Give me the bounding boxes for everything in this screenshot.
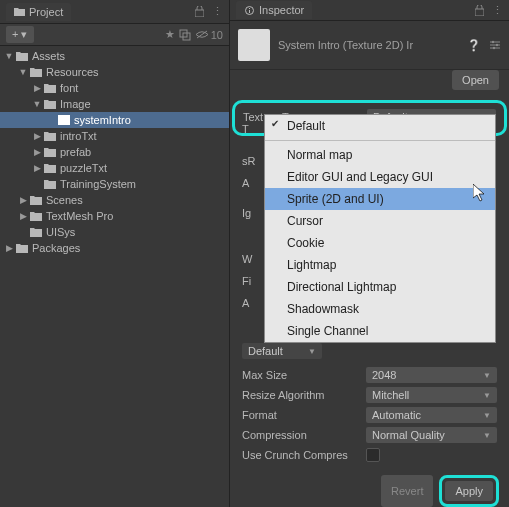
platform-section: Default ▼ Max Size 2048▼ Resize Algorith… — [230, 337, 509, 465]
help-icon[interactable]: ❔ — [467, 39, 481, 52]
folder-icon — [30, 227, 42, 237]
lock-icon[interactable] — [475, 5, 484, 16]
hidden-labels: T sR A Ig W Fi A — [242, 118, 255, 314]
tree-textmesh[interactable]: ▶TextMesh Pro — [0, 208, 229, 224]
project-tab[interactable]: Project — [6, 3, 71, 21]
mouse-cursor — [473, 184, 487, 204]
maxsize-label: Max Size — [242, 369, 360, 381]
inspector-icon — [244, 5, 255, 16]
menu-item-cookie[interactable]: Cookie — [265, 232, 495, 254]
menu-item-dirlightmap[interactable]: Directional Lightmap — [265, 276, 495, 298]
maxsize-dropdown[interactable]: 2048▼ — [366, 367, 497, 383]
project-panel: Project ⋮ + ▾ ★ 10 ▼Assets ▼Resources ▶f… — [0, 0, 230, 507]
format-dropdown[interactable]: Automatic▼ — [366, 407, 497, 423]
favorite-icon[interactable]: ★ — [165, 28, 175, 41]
menu-separator — [265, 140, 495, 141]
menu-item-lightmap[interactable]: Lightmap — [265, 254, 495, 276]
tree-assets[interactable]: ▼Assets — [0, 48, 229, 64]
tree-puzzletxt[interactable]: ▶puzzleTxt — [0, 160, 229, 176]
inspector-panel: Inspector ⋮ System Intro (Texture 2D) Ir… — [230, 0, 509, 507]
texture-type-menu: ✔Default Normal map Editor GUI and Legac… — [264, 114, 496, 343]
folder-icon — [16, 243, 28, 253]
chevron-down-icon: ▼ — [483, 371, 491, 380]
platform-tab-default[interactable]: Default ▼ — [242, 343, 322, 359]
tree-packages[interactable]: ▶Packages — [0, 240, 229, 256]
folder-icon — [30, 211, 42, 221]
menu-icon[interactable]: ⋮ — [212, 5, 223, 18]
project-toolbar: + ▾ ★ 10 — [0, 24, 229, 46]
chevron-right-icon[interactable]: ▶ — [32, 147, 42, 157]
inspector-header-icons: ⋮ — [475, 4, 503, 17]
tree-image[interactable]: ▼Image — [0, 96, 229, 112]
svg-point-12 — [493, 47, 495, 49]
tree-font[interactable]: ▶font — [0, 80, 229, 96]
asset-title: System Intro (Texture 2D) Ir — [278, 39, 459, 51]
inspector-tab[interactable]: Inspector — [236, 1, 312, 19]
inspector-asset-header: System Intro (Texture 2D) Ir ❔ — [230, 21, 509, 70]
tree-scenes[interactable]: ▶Scenes — [0, 192, 229, 208]
chevron-down-icon: ▼ — [308, 347, 316, 356]
add-button[interactable]: + ▾ — [6, 26, 34, 43]
settings-icon[interactable] — [489, 39, 501, 51]
compression-row: Compression Normal Quality▼ — [230, 425, 509, 445]
open-button[interactable]: Open — [452, 70, 499, 90]
menu-item-sprite[interactable]: Sprite (2D and UI) — [265, 188, 495, 210]
inspector-tab-label: Inspector — [259, 4, 304, 16]
inspector-header: Inspector ⋮ — [230, 0, 509, 21]
apply-highlight: Apply — [439, 475, 499, 507]
compression-dropdown[interactable]: Normal Quality▼ — [366, 427, 497, 443]
folder-icon — [44, 83, 56, 93]
tree-resources[interactable]: ▼Resources — [0, 64, 229, 80]
menu-item-default[interactable]: ✔Default — [265, 115, 495, 137]
maxsize-row: Max Size 2048▼ — [230, 365, 509, 385]
chevron-right-icon[interactable]: ▶ — [32, 163, 42, 173]
revert-button[interactable]: Revert — [381, 475, 433, 507]
chevron-right-icon[interactable]: ▶ — [18, 211, 28, 221]
layers-icon[interactable] — [179, 29, 191, 41]
tree-systemintro[interactable]: systemIntro — [0, 112, 229, 128]
bottom-buttons: Revert Apply — [230, 465, 509, 507]
resizealg-label: Resize Algorithm — [242, 389, 360, 401]
menu-item-cursor[interactable]: Cursor — [265, 210, 495, 232]
resizealg-dropdown[interactable]: Mitchell▼ — [366, 387, 497, 403]
chevron-right-icon[interactable]: ▶ — [32, 131, 42, 141]
compression-label: Compression — [242, 429, 360, 441]
folder-icon — [44, 131, 56, 141]
svg-rect-3 — [58, 115, 70, 125]
chevron-down-icon[interactable]: ▼ — [18, 67, 28, 77]
chevron-right-icon[interactable]: ▶ — [4, 243, 14, 253]
resizealg-row: Resize Algorithm Mitchell▼ — [230, 385, 509, 405]
crunch-checkbox[interactable] — [366, 448, 380, 462]
apply-button[interactable]: Apply — [445, 481, 493, 501]
chevron-right-icon[interactable]: ▶ — [18, 195, 28, 205]
tree-introtxt[interactable]: ▶introTxt — [0, 128, 229, 144]
project-tab-label: Project — [29, 6, 63, 18]
format-label: Format — [242, 409, 360, 421]
menu-icon[interactable]: ⋮ — [492, 4, 503, 17]
asset-thumbnail — [238, 29, 270, 61]
menu-item-editorgui[interactable]: Editor GUI and Legacy GUI — [265, 166, 495, 188]
image-icon — [58, 115, 70, 125]
chevron-right-icon[interactable]: ▶ — [32, 83, 42, 93]
folder-icon — [16, 51, 28, 61]
folder-icon — [30, 195, 42, 205]
check-icon: ✔ — [271, 118, 279, 129]
tree-uisys[interactable]: UISys — [0, 224, 229, 240]
menu-item-normalmap[interactable]: Normal map — [265, 144, 495, 166]
chevron-down-icon: ▼ — [483, 411, 491, 420]
chevron-down-icon: ▼ — [483, 391, 491, 400]
visibility-icon[interactable]: 10 — [195, 29, 223, 41]
tree-trainingsystem[interactable]: TrainingSystem — [0, 176, 229, 192]
menu-item-shadowmask[interactable]: Shadowmask — [265, 298, 495, 320]
svg-point-11 — [496, 44, 498, 46]
project-header: Project ⋮ — [0, 0, 229, 24]
lock-icon[interactable] — [195, 6, 204, 17]
menu-item-single[interactable]: Single Channel — [265, 320, 495, 342]
crunch-label: Use Crunch Compres — [242, 449, 360, 461]
project-header-icons: ⋮ — [195, 5, 223, 18]
crunch-row: Use Crunch Compres — [230, 445, 509, 465]
chevron-down-icon[interactable]: ▼ — [32, 99, 42, 109]
folder-icon — [44, 99, 56, 109]
chevron-down-icon[interactable]: ▼ — [4, 51, 14, 61]
tree-prefab[interactable]: ▶prefab — [0, 144, 229, 160]
